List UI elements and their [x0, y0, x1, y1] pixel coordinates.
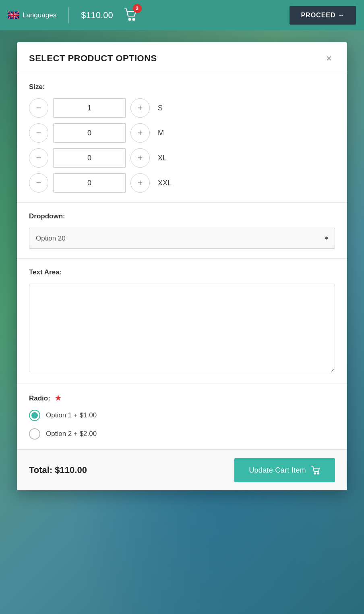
svg-point-3: [314, 473, 316, 474]
modal-title: SELECT PRODUCT OPTIONS: [29, 53, 157, 64]
size-label: Size:: [29, 83, 335, 91]
cart-update-icon: [311, 465, 321, 475]
qty-decrease-xxl[interactable]: −: [29, 173, 48, 193]
qty-increase-m[interactable]: +: [130, 123, 150, 143]
radio-label: Radio: ★: [29, 394, 335, 402]
cart-badge: 3: [133, 4, 142, 13]
uk-flag-icon: [8, 11, 19, 19]
radio-row-1[interactable]: Option 1 + $1.00: [29, 410, 335, 421]
size-row-xxl: − + XXL: [29, 173, 335, 193]
header-divider: [68, 7, 69, 23]
modal-close-button[interactable]: ×: [323, 52, 335, 65]
header-price: $110.00: [81, 10, 113, 21]
size-section: Size: − + S − + M − + XL −: [17, 73, 347, 203]
radio-section: Radio: ★ Option 1 + $1.00 Option 2 + $2.…: [17, 384, 347, 450]
svg-point-1: [128, 18, 130, 20]
product-options-modal: SELECT PRODUCT OPTIONS × Size: − + S − +…: [17, 42, 347, 490]
qty-increase-xxl[interactable]: +: [130, 173, 150, 193]
radio-label-2: Option 2 + $2.00: [46, 430, 97, 438]
qty-input-m[interactable]: [53, 123, 126, 143]
qty-increase-xl[interactable]: +: [130, 148, 150, 168]
size-row-s: − + S: [29, 98, 335, 118]
radio-label-text: Radio:: [29, 394, 50, 402]
qty-decrease-m[interactable]: −: [29, 123, 48, 143]
textarea-input[interactable]: [29, 284, 335, 372]
total-label: Total: $110.00: [29, 465, 87, 475]
radio-label-1: Option 1 + $1.00: [46, 411, 97, 419]
qty-input-s[interactable]: [53, 98, 126, 118]
modal-header: SELECT PRODUCT OPTIONS ×: [17, 42, 347, 73]
dropdown-label: Dropdown:: [29, 212, 335, 220]
radio-button-2[interactable]: [29, 428, 40, 440]
language-label: Languages: [23, 11, 56, 19]
cart-icon-area[interactable]: 3: [123, 7, 138, 23]
size-row-xl: − + XL: [29, 148, 335, 168]
radio-button-1[interactable]: [29, 410, 40, 421]
qty-increase-s[interactable]: +: [130, 98, 150, 118]
size-label-xxl: XXL: [158, 179, 172, 187]
size-label-s: S: [158, 104, 163, 112]
svg-point-2: [132, 18, 134, 20]
textarea-section: Text Area:: [17, 259, 347, 384]
dropdown-section: Dropdown: Option 1 Option 2 Option 10 Op…: [17, 203, 347, 259]
update-cart-button[interactable]: Update Cart Item: [234, 458, 335, 482]
qty-input-xl[interactable]: [53, 148, 126, 168]
qty-decrease-s[interactable]: −: [29, 98, 48, 118]
modal-footer: Total: $110.00 Update Cart Item: [17, 450, 347, 490]
dropdown-select[interactable]: Option 1 Option 2 Option 10 Option 20 Op…: [29, 228, 335, 249]
size-label-xl: XL: [158, 154, 167, 162]
radio-row-2[interactable]: Option 2 + $2.00: [29, 428, 335, 440]
modal-overlay: SELECT PRODUCT OPTIONS × Size: − + S − +…: [0, 30, 364, 614]
proceed-button[interactable]: PROCEED →: [290, 6, 356, 25]
app-header: Languages $110.00 3 PROCEED →: [0, 0, 364, 30]
radio-inner-1: [31, 412, 38, 419]
qty-decrease-xl[interactable]: −: [29, 148, 48, 168]
qty-input-xxl[interactable]: [53, 173, 126, 193]
size-label-m: M: [158, 129, 164, 137]
update-cart-label: Update Cart Item: [249, 466, 306, 475]
language-selector[interactable]: Languages: [8, 11, 56, 19]
required-star: ★: [55, 394, 61, 402]
modal-triangle: [311, 42, 323, 43]
textarea-label: Text Area:: [29, 268, 335, 276]
svg-point-4: [317, 473, 319, 474]
size-row-m: − + M: [29, 123, 335, 143]
